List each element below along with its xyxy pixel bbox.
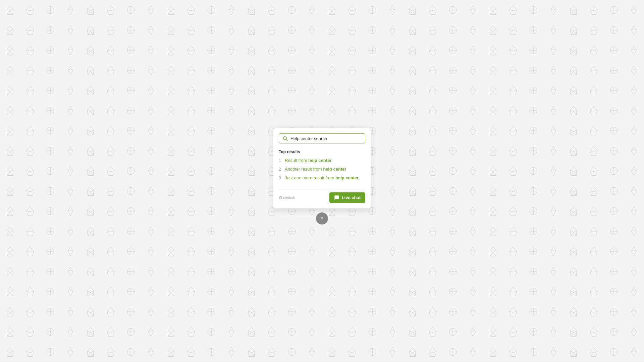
search-input[interactable]	[290, 136, 362, 141]
close-icon: ×	[320, 215, 323, 221]
result-text-3: Just one more result from help center	[285, 175, 359, 181]
chat-icon	[334, 195, 339, 200]
result-num-1: 1	[279, 158, 282, 163]
result-item-1[interactable]: 1 Result from help center	[279, 158, 365, 164]
result-text-2: Another result from help center	[285, 166, 346, 172]
search-icon	[282, 136, 288, 141]
popup-footer: zendesk Live chat	[279, 189, 365, 203]
widget-container: Top results 1 Result from help center 2 …	[273, 128, 371, 225]
close-button[interactable]: ×	[316, 212, 328, 224]
live-chat-button[interactable]: Live chat	[329, 192, 365, 203]
search-container	[279, 133, 365, 143]
svg-point-2	[279, 196, 282, 199]
zendesk-logo: zendesk	[279, 195, 302, 200]
svg-text:zendesk: zendesk	[283, 196, 295, 199]
live-chat-label: Live chat	[342, 195, 361, 200]
zendesk-logo-svg: zendesk	[279, 195, 302, 200]
results-section: Top results 1 Result from help center 2 …	[279, 149, 365, 189]
result-num-3: 3	[279, 176, 282, 180]
results-title: Top results	[279, 149, 365, 154]
popup: Top results 1 Result from help center 2 …	[273, 128, 371, 208]
result-item-3[interactable]: 3 Just one more result from help center	[279, 175, 365, 181]
result-num-2: 2	[279, 167, 282, 172]
svg-line-1	[286, 139, 287, 141]
result-item-2[interactable]: 2 Another result from help center	[279, 166, 365, 172]
result-text-1: Result from help center	[285, 158, 331, 164]
